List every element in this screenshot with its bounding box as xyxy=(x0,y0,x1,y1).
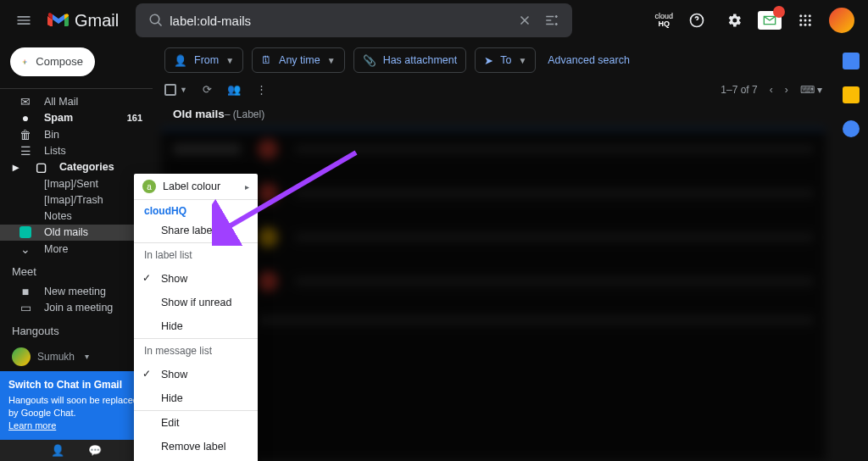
attachment-icon: 📎 xyxy=(363,54,376,67)
clear-search-icon[interactable] xyxy=(511,13,538,28)
chip-to[interactable]: ➤To▼ xyxy=(475,47,536,73)
email-list[interactable] xyxy=(161,129,826,461)
list-icon: ☰ xyxy=(19,144,32,158)
svg-point-1 xyxy=(799,14,802,17)
category-icon: ▢ xyxy=(34,160,47,174)
meet-section-title: Meet xyxy=(0,257,153,283)
chevron-down-icon: ▼ xyxy=(180,86,187,94)
group-icon[interactable]: 👥 xyxy=(227,83,241,96)
side-panel xyxy=(834,41,868,461)
search-bar[interactable] xyxy=(136,3,572,37)
send-icon: ➤ xyxy=(484,54,493,67)
nav-all-mail[interactable]: ✉All Mail xyxy=(0,94,153,110)
more-icon[interactable]: ⋮ xyxy=(256,83,267,96)
nav-categories[interactable]: ▸▢Categories xyxy=(0,159,153,175)
nav-bin[interactable]: 🗑Bin xyxy=(0,126,153,142)
ctx-share-label[interactable]: Share label ... xyxy=(134,219,258,242)
select-all-checkbox[interactable]: ▼ xyxy=(164,84,187,96)
hangouts-user[interactable]: Sumukh ▾ xyxy=(0,342,153,371)
chat-promo[interactable]: Switch to Chat in Gmail Hangouts will so… xyxy=(0,371,153,440)
calendar-icon: 🗓 xyxy=(261,54,272,66)
cloudhq-brand: cloudHQ xyxy=(134,200,258,219)
ctx-section-message-list: In message list xyxy=(134,339,258,363)
tasks-addon-icon[interactable] xyxy=(843,120,860,137)
ctx-show-unread[interactable]: Show if unread xyxy=(134,291,258,314)
meet-join-meeting[interactable]: ▭Join a meeting xyxy=(0,300,153,316)
nav-lists[interactable]: ☰Lists xyxy=(0,142,153,158)
nav-imap-trash[interactable]: [Imap]/Trash xyxy=(0,192,153,208)
label-context-menu: a Label colour ▸ cloudHQ Share label ...… xyxy=(134,174,258,461)
refresh-icon[interactable]: ⟳ xyxy=(203,83,212,96)
prev-page-icon[interactable]: ‹ xyxy=(770,84,773,96)
main-menu-icon[interactable] xyxy=(7,3,41,37)
meet-new-meeting[interactable]: ■New meeting xyxy=(0,283,153,299)
nav-imap-sent[interactable]: [Imap]/Sent xyxy=(0,175,153,192)
notifications-badge[interactable] xyxy=(758,11,782,30)
chip-from[interactable]: 👤From▼ xyxy=(164,47,243,73)
chevron-down-icon: ▼ xyxy=(327,56,336,65)
nav-notes[interactable]: Notes xyxy=(0,208,153,225)
compose-label: Compose xyxy=(36,55,83,68)
chip-anytime[interactable]: 🗓Any time▼ xyxy=(252,47,345,73)
ctx-edit[interactable]: Edit xyxy=(134,411,258,435)
nav-spam[interactable]: ●Spam161 xyxy=(0,110,153,126)
compose-button[interactable]: Compose xyxy=(10,47,95,76)
chevron-down-icon: ⌄ xyxy=(19,242,32,256)
support-icon[interactable] xyxy=(683,7,710,34)
hangouts-section-title: Hangouts xyxy=(0,316,153,342)
svg-point-3 xyxy=(809,14,811,17)
app-name: Gmail xyxy=(75,11,119,31)
nav-old-mails[interactable]: Old mails xyxy=(0,225,153,241)
label-color-dot: a xyxy=(142,180,156,193)
ctx-hide-label-list[interactable]: Hide xyxy=(134,314,258,338)
spam-icon: ● xyxy=(19,111,32,125)
keep-addon-icon[interactable] xyxy=(843,86,860,103)
svg-point-6 xyxy=(809,19,811,22)
advanced-search-link[interactable]: Advanced search xyxy=(548,54,630,66)
settings-icon[interactable] xyxy=(721,7,748,34)
calendar-addon-icon[interactable] xyxy=(843,53,860,69)
person-icon[interactable]: 👤 xyxy=(51,444,64,457)
hangouts-avatar xyxy=(12,347,31,366)
svg-point-8 xyxy=(804,24,807,26)
chevron-right-icon: ▸ xyxy=(8,160,22,174)
input-tools-icon[interactable]: ⌨ ▾ xyxy=(800,84,822,96)
svg-point-2 xyxy=(804,14,807,17)
ctx-show-label-list[interactable]: Show xyxy=(134,267,258,291)
keyboard-icon: ▭ xyxy=(19,301,32,314)
search-icon xyxy=(142,13,170,28)
chevron-right-icon: ▸ xyxy=(245,182,249,192)
video-icon: ■ xyxy=(19,285,32,298)
ctx-remove[interactable]: Remove label xyxy=(134,435,258,458)
ctx-label-colour[interactable]: a Label colour ▸ xyxy=(134,174,258,199)
chevron-down-icon: ▾ xyxy=(85,352,89,361)
nav-more[interactable]: ⌄More xyxy=(0,241,153,257)
chevron-down-icon: ▼ xyxy=(225,56,234,65)
stack-icon: ✉ xyxy=(19,95,32,108)
label-icon xyxy=(19,226,32,238)
hangouts-icon[interactable]: 💬 xyxy=(88,444,102,457)
svg-point-7 xyxy=(799,24,802,26)
svg-point-5 xyxy=(804,19,807,22)
search-input[interactable] xyxy=(170,14,511,28)
apps-icon[interactable] xyxy=(792,7,819,34)
cloudhq-badge[interactable]: cloudHQ xyxy=(654,13,673,28)
ctx-show-message-list[interactable]: Show xyxy=(134,363,258,386)
learn-more-link[interactable]: Learn more xyxy=(8,420,56,430)
chevron-down-icon: ▼ xyxy=(518,56,526,65)
chip-attachment[interactable]: 📎Has attachment xyxy=(353,47,467,73)
ctx-hide-message-list[interactable]: Hide xyxy=(134,386,258,410)
svg-point-9 xyxy=(809,24,811,26)
page-count: 1–7 of 7 xyxy=(721,84,757,96)
person-icon: 👤 xyxy=(174,54,187,67)
ctx-section-label-list: In label list xyxy=(134,243,258,267)
account-avatar[interactable] xyxy=(829,8,854,33)
trash-icon: 🗑 xyxy=(19,128,32,142)
next-page-icon[interactable]: › xyxy=(785,84,788,96)
sidebar: Compose ✉All Mail ●Spam161 🗑Bin ☰Lists ▸… xyxy=(0,41,153,461)
label-header: Old mails– (Label) xyxy=(153,99,834,129)
search-options-icon[interactable] xyxy=(538,13,565,28)
svg-point-4 xyxy=(799,19,802,22)
gmail-logo[interactable]: Gmail xyxy=(47,11,119,31)
